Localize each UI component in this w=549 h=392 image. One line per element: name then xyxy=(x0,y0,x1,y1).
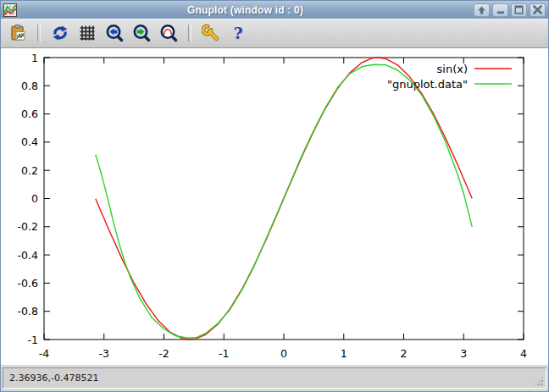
wrench-options-icon xyxy=(202,24,220,42)
toggle-grid-button[interactable] xyxy=(75,21,99,45)
legend-label-gnuplot-data-curve: "gnuplot.data" xyxy=(387,78,468,91)
close-icon xyxy=(533,5,542,14)
toolbar-separator xyxy=(188,25,191,41)
y-tick-label: -0.4 xyxy=(18,249,38,262)
y-tick-label: 1 xyxy=(31,52,38,64)
x-tick-label: -1 xyxy=(219,347,229,360)
help-icon: ? xyxy=(233,25,242,41)
y-tick-label: 0.8 xyxy=(21,80,38,92)
x-tick-label: 0 xyxy=(280,347,287,360)
shade-up-arrow-icon xyxy=(477,6,486,14)
replot-refresh-icon xyxy=(51,24,69,42)
autoscale-icon xyxy=(159,24,178,42)
status-bar: 2.36936,-0.478521 xyxy=(1,365,548,391)
autoscale-button[interactable] xyxy=(157,21,180,45)
maximize-button[interactable] xyxy=(511,3,527,17)
plot-canvas[interactable]: -4-3-2-101234-1-0.8-0.6-0.4-0.200.20.40.… xyxy=(1,48,548,365)
shade-button[interactable] xyxy=(474,3,490,17)
zoom-previous-icon xyxy=(105,24,124,42)
x-tick-label: 1 xyxy=(341,347,347,360)
zoom-next-icon xyxy=(132,24,151,42)
y-tick-label: 0 xyxy=(31,192,38,205)
toolbar: ? xyxy=(1,19,548,48)
zoom-next-button[interactable] xyxy=(130,21,153,45)
x-tick-label: -4 xyxy=(39,347,50,360)
copy-to-clipboard-icon xyxy=(8,24,27,42)
x-tick-label: 2 xyxy=(401,347,408,360)
legend-label-sin-curve: sin(x) xyxy=(437,63,468,75)
grid-icon xyxy=(78,24,97,42)
mouse-coordinates: 2.36936,-0.478521 xyxy=(9,373,98,384)
x-tick-label: 4 xyxy=(520,347,527,360)
zoom-previous-button[interactable] xyxy=(103,21,126,45)
y-tick-label: -0.6 xyxy=(18,277,38,290)
y-tick-label: 0.6 xyxy=(21,108,38,120)
y-tick-label: -0.2 xyxy=(18,220,38,233)
toolbar-separator xyxy=(37,25,41,41)
resize-grip[interactable] xyxy=(534,376,544,386)
x-tick-label: -3 xyxy=(99,347,109,360)
maximize-icon xyxy=(514,5,524,14)
help-button[interactable]: ? xyxy=(226,21,250,45)
window-title: Gnuplot (window id : 0) xyxy=(20,4,470,16)
y-tick-label: -1 xyxy=(28,334,38,346)
gnuplot-app-icon xyxy=(3,3,17,17)
coordinate-readout-field: 2.36936,-0.478521 xyxy=(3,367,546,389)
title-bar[interactable]: Gnuplot (window id : 0) xyxy=(1,1,548,19)
minimize-icon xyxy=(496,6,505,14)
plot-area[interactable]: -4-3-2-101234-1-0.8-0.6-0.4-0.200.20.40.… xyxy=(1,48,543,362)
copy-to-clipboard-button[interactable] xyxy=(6,21,30,45)
replot-button[interactable] xyxy=(48,21,72,45)
gnuplot-data-curve xyxy=(96,64,472,338)
x-tick-label: -2 xyxy=(158,347,169,360)
y-tick-label: 0.4 xyxy=(21,135,38,148)
gnuplot-window: Gnuplot (window id : 0) xyxy=(0,0,549,392)
y-tick-label: 0.2 xyxy=(21,164,38,177)
close-button[interactable] xyxy=(530,3,546,17)
y-tick-label: -0.8 xyxy=(18,305,38,317)
minimize-button[interactable] xyxy=(492,3,508,17)
options-button[interactable] xyxy=(199,21,223,45)
x-tick-label: 3 xyxy=(460,347,467,360)
